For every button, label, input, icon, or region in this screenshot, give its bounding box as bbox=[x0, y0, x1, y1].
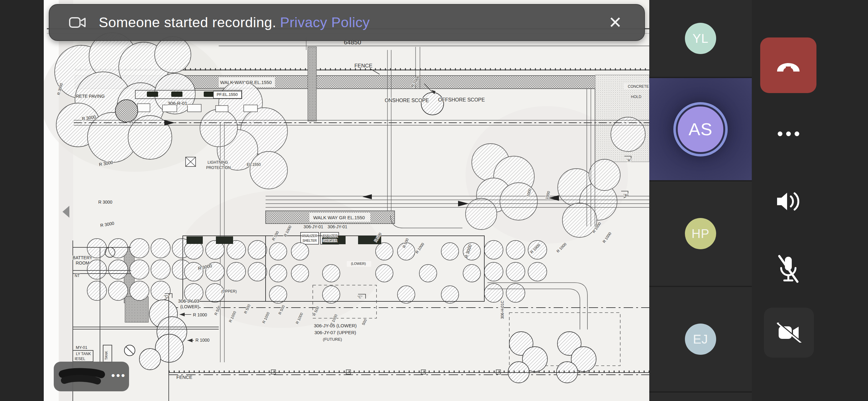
svg-text:WALK WAY GR.EL.1550: WALK WAY GR.EL.1550 bbox=[220, 80, 272, 85]
svg-text:306-H-01C: 306-H-01C bbox=[500, 300, 505, 319]
participant-strip: YL AS HP EJ bbox=[649, 0, 752, 401]
svg-text:ANALIZER: ANALIZER bbox=[322, 234, 338, 238]
camera-off-icon bbox=[776, 323, 802, 343]
meeting-screen: { "banner": { "message": "Someone starte… bbox=[0, 0, 868, 401]
hang-up-icon bbox=[774, 57, 803, 73]
svg-text:SHELTER: SHELTER bbox=[303, 239, 316, 242]
svg-text:HOLD: HOLD bbox=[631, 95, 642, 99]
camera-icon bbox=[69, 15, 86, 29]
recording-message: Someone started recording.Privacy Policy bbox=[99, 14, 370, 31]
microphone-muted-button[interactable] bbox=[765, 254, 812, 285]
svg-text:"C": "C" bbox=[164, 295, 169, 298]
svg-text:LIGHTNING: LIGHTNING bbox=[208, 160, 228, 165]
speaker-icon bbox=[776, 190, 801, 213]
share-left-gutter bbox=[0, 0, 44, 401]
svg-text:EL.1550: EL.1550 bbox=[247, 162, 261, 167]
svg-text:SHELTER: SHELTER bbox=[323, 239, 337, 242]
leave-call-button[interactable] bbox=[760, 37, 816, 93]
svg-text:WALK WAY GR EL.1550: WALK WAY GR EL.1550 bbox=[313, 215, 365, 220]
redacted-name-scribble bbox=[58, 367, 111, 387]
svg-text:OFFSHORE SCOPE: OFFSHORE SCOPE bbox=[438, 97, 485, 102]
avatar-as: AS bbox=[676, 105, 725, 154]
svg-text:FENCE: FENCE bbox=[354, 63, 372, 69]
svg-text:TANK: TANK bbox=[104, 351, 108, 360]
svg-text:R 1000: R 1000 bbox=[193, 312, 207, 317]
svg-text:306-JY-07 (UPPER): 306-JY-07 (UPPER) bbox=[314, 330, 356, 335]
avatar-ej: EJ bbox=[685, 324, 716, 355]
svg-text:PF.EL.1550: PF.EL.1550 bbox=[217, 92, 238, 97]
participant-tile-yl[interactable]: YL bbox=[649, 0, 752, 77]
blueprint-drawing: 64850FENCEWALK WAY GR.EL.1550ONSHORE SCO… bbox=[44, 0, 649, 401]
svg-text:MY-01: MY-01 bbox=[75, 345, 87, 350]
svg-text:"C": "C" bbox=[358, 295, 363, 299]
shared-screen-area[interactable]: 64850FENCEWALK WAY GR.EL.1550ONSHORE SCO… bbox=[0, 0, 649, 401]
more-options-button[interactable] bbox=[765, 124, 812, 144]
participant-tile-partial bbox=[649, 393, 752, 401]
svg-text:306-R-01: 306-R-01 bbox=[168, 101, 187, 106]
svg-text:306-JY-01: 306-JY-01 bbox=[328, 224, 347, 229]
svg-text:"A": "A" bbox=[626, 158, 631, 162]
recording-banner: Someone started recording.Privacy Policy… bbox=[49, 4, 645, 41]
svg-text:ONSHORE SCOPE: ONSHORE SCOPE bbox=[384, 98, 429, 103]
svg-text:306-JY-01: 306-JY-01 bbox=[303, 224, 323, 229]
svg-text:CONCRETE: CONCRETE bbox=[628, 84, 649, 89]
close-icon[interactable]: ✕ bbox=[604, 11, 626, 33]
svg-text:(UPPER): (UPPER) bbox=[221, 289, 237, 294]
svg-text:R 3000: R 3000 bbox=[98, 200, 112, 205]
svg-text:R 1000: R 1000 bbox=[195, 338, 209, 343]
svg-text:(FUTURE): (FUTURE) bbox=[323, 337, 342, 342]
svg-text:FENCE: FENCE bbox=[177, 374, 192, 380]
svg-text:306-JY-05 (LOWER): 306-JY-05 (LOWER) bbox=[314, 323, 357, 328]
svg-text:ANALIZER: ANALIZER bbox=[302, 234, 317, 238]
svg-text:306-JY-03: 306-JY-03 bbox=[178, 298, 199, 304]
svg-text:IESEL: IESEL bbox=[75, 357, 85, 361]
more-icon bbox=[778, 132, 782, 136]
svg-text:ROOM: ROOM bbox=[75, 261, 89, 265]
participant-tile-hp[interactable]: HP bbox=[649, 181, 752, 286]
speaker-button[interactable] bbox=[765, 188, 812, 215]
svg-text:NT: NT bbox=[75, 274, 80, 278]
speaking-ring: AS bbox=[673, 102, 728, 157]
privacy-policy-link[interactable]: Privacy Policy bbox=[280, 14, 370, 30]
svg-text:PROTECTION: PROTECTION bbox=[206, 166, 231, 170]
mic-muted-icon bbox=[777, 255, 799, 283]
avatar-yl: YL bbox=[685, 23, 716, 54]
participant-tile-ej[interactable]: EJ bbox=[649, 287, 752, 391]
call-controls bbox=[752, 0, 868, 401]
svg-text:RETE PAVING: RETE PAVING bbox=[76, 94, 105, 99]
avatar-hp: HP bbox=[685, 218, 716, 249]
svg-text:(LOWER): (LOWER) bbox=[180, 304, 199, 309]
svg-text:"A": "A" bbox=[623, 193, 628, 197]
svg-text:(LOWER): (LOWER) bbox=[351, 262, 366, 265]
presenter-name-pill[interactable]: ••• bbox=[54, 362, 129, 391]
participant-tile-as-speaking[interactable]: AS bbox=[649, 78, 752, 180]
svg-text:BATTERY: BATTERY bbox=[72, 255, 92, 260]
svg-text:LY TANK: LY TANK bbox=[76, 352, 91, 356]
camera-off-button[interactable] bbox=[764, 308, 814, 358]
collapse-panel-arrow-icon[interactable] bbox=[62, 206, 69, 218]
pill-more-dots[interactable]: ••• bbox=[111, 369, 126, 381]
